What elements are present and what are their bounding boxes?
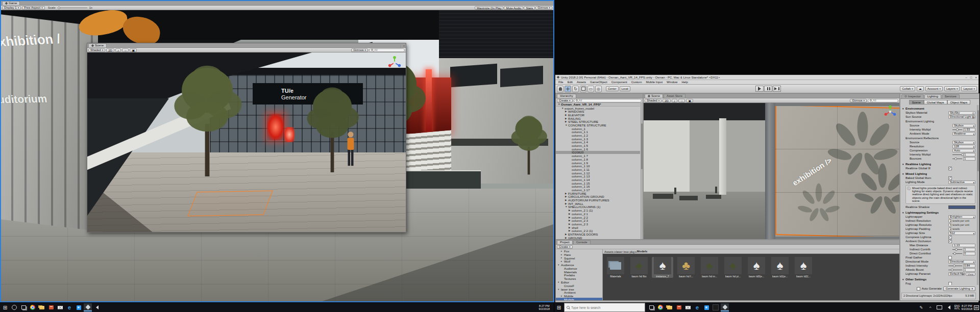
- draw-mode-dropdown[interactable]: Shaded: [88, 48, 105, 52]
- lighting-slider-value[interactable]: 1: [963, 157, 975, 161]
- breadcrumb-item[interactable]: Models: [637, 250, 648, 253]
- lighting-slider-value[interactable]: 1: [963, 268, 975, 272]
- audio-toggle-icon[interactable]: ♪: [115, 48, 121, 52]
- lighting-value-field[interactable]: Subtractive: [948, 180, 975, 184]
- lighting-checkbox[interactable]: [948, 176, 952, 180]
- mail-icon[interactable]: [56, 303, 64, 311]
- display-dropdown[interactable]: Display 1: [2, 6, 21, 10]
- hierarchy-item[interactable]: ▶ column_2 2: [556, 216, 640, 219]
- file-explorer-icon[interactable]: [38, 303, 46, 311]
- step-button[interactable]: [773, 86, 781, 92]
- scene-orientation-gizmo[interactable]: [387, 56, 402, 70]
- chrome-icon[interactable]: [29, 303, 37, 311]
- project-folder-item[interactable]: ▸ Squirrel: [556, 256, 602, 260]
- photos-icon[interactable]: [75, 303, 83, 311]
- scene-search[interactable]: All: [369, 48, 405, 52]
- unity-taskbar-icon[interactable]: [84, 303, 92, 311]
- project-folder-item[interactable]: Audience: [556, 267, 602, 270]
- lighting-checkbox[interactable]: [948, 282, 952, 285]
- hierarchy-scrollbar[interactable]: [641, 103, 643, 239]
- cloud-services-icon[interactable]: ☁: [917, 86, 924, 91]
- maximize-on-play-button[interactable]: Maximize On Play: [475, 6, 503, 10]
- asset-item[interactable]: instance_7: [652, 257, 673, 278]
- lighting-value-field[interactable]: Enlighten: [948, 215, 975, 219]
- taskbar-search[interactable]: [564, 303, 645, 312]
- lighting-value-field[interactable]: Auto: [952, 149, 975, 152]
- hierarchy-item[interactable]: ▶ column_2 1 (1): [556, 209, 640, 212]
- chrome-icon[interactable]: [656, 303, 665, 311]
- menu-item[interactable]: Edit: [566, 81, 575, 84]
- edge-icon[interactable]: [65, 303, 74, 311]
- project-tab[interactable]: Project: [557, 240, 573, 244]
- lighting-slider[interactable]: [952, 252, 962, 255]
- layout-dropdown[interactable]: Layout: [961, 86, 977, 91]
- breadcrumb-item[interactable]: laser tree pkg: [616, 250, 637, 253]
- file-explorer-icon[interactable]: [666, 303, 674, 311]
- asset-item[interactable]: Materials: [605, 257, 626, 278]
- store-icon[interactable]: [675, 303, 683, 311]
- project-folder-item[interactable]: ▾ laser tree: [556, 288, 602, 291]
- console-tab[interactable]: Console: [573, 240, 591, 244]
- start-icon[interactable]: [555, 303, 563, 311]
- photos-icon[interactable]: [702, 303, 710, 311]
- pivot-local-button[interactable]: Local: [620, 86, 630, 91]
- hierarchy-item[interactable]: column_1 4: [556, 141, 640, 144]
- project-folder-item[interactable]: Ambient: [556, 291, 602, 295]
- menu-item[interactable]: Mobile Input: [644, 81, 665, 84]
- asset-item[interactable]: baum hd m...: [699, 257, 720, 278]
- hierarchy-item[interactable]: column_1 8: [556, 158, 640, 161]
- task-view-icon[interactable]: [19, 303, 28, 311]
- hidden-icons-chevron-icon[interactable]: [926, 303, 935, 311]
- camera-effects-icon[interactable]: ▣: [686, 99, 693, 102]
- window-menu-icon[interactable]: ⋮: [399, 44, 402, 47]
- slider-knob[interactable]: [953, 265, 955, 267]
- hierarchy-item[interactable]: column_1 1: [556, 131, 640, 134]
- lighting-value-field[interactable]: SkySky: [948, 111, 975, 115]
- hierarchy-item[interactable]: ▶ GROUND: [556, 236, 640, 239]
- volume-icon[interactable]: [945, 303, 953, 311]
- hierarchy-item[interactable]: column_1 14: [556, 178, 640, 181]
- hierarchy-item[interactable]: column_1 6: [556, 147, 640, 151]
- move-tool-icon[interactable]: [565, 86, 571, 92]
- lighting-subtab[interactable]: Scene: [909, 100, 924, 105]
- scene-tab[interactable]: Scene: [645, 94, 663, 98]
- lighting-slider-value[interactable]: 0.84: [963, 264, 975, 268]
- lighting-value-field[interactable]: 40: [948, 223, 951, 227]
- game-tab[interactable]: Game: [2, 1, 20, 5]
- hierarchy-item[interactable]: column_1 15: [556, 181, 640, 185]
- layers-dropdown[interactable]: Layers: [944, 86, 960, 91]
- project-folder-item[interactable]: ▸ Mobile: [556, 294, 602, 298]
- scale-slider[interactable]: [58, 8, 87, 8]
- lighting-value-field[interactable]: Directional: [948, 260, 975, 264]
- 2d-toggle[interactable]: 2D: [106, 48, 114, 52]
- hierarchy-item[interactable]: column_1 13: [556, 174, 640, 178]
- taskbar-search-input[interactable]: [571, 306, 643, 309]
- menu-item[interactable]: Help: [679, 81, 690, 84]
- selected-exhibition-wall[interactable]: exhibition />: [775, 106, 899, 237]
- project-folder-item[interactable]: Models: [556, 298, 602, 300]
- mute-audio-button[interactable]: Mute Audio: [504, 6, 523, 10]
- inspector-tab[interactable]: ⊙Inspector: [901, 94, 924, 98]
- asset-store-tab[interactable]: Asset Store: [664, 94, 685, 98]
- create-button[interactable]: Create: [557, 99, 573, 102]
- lighting-value-field[interactable]: 2: [948, 227, 951, 231]
- floating-scene-viewport[interactable]: TU/e Generator: [87, 53, 406, 232]
- language-indicator[interactable]: ENG INTL: [954, 305, 960, 310]
- collab-dropdown[interactable]: Collab: [900, 86, 915, 91]
- pen-icon[interactable]: [917, 303, 925, 311]
- hand-tool-icon[interactable]: [557, 86, 564, 92]
- hierarchy-item[interactable]: ▶ column_2 3: [556, 219, 640, 222]
- asset-item[interactable]: baum ld2(...: [793, 257, 814, 278]
- lighting-value-field[interactable]: Skybox: [952, 124, 975, 127]
- 2d-toggle[interactable]: 2D: [663, 99, 671, 102]
- lighting-value-field[interactable]: Skybox: [952, 141, 975, 144]
- lighting-checkbox[interactable]: [948, 236, 952, 239]
- pause-button[interactable]: [764, 86, 772, 92]
- mail-icon[interactable]: [684, 303, 692, 311]
- minimize-icon[interactable]: –: [966, 76, 967, 79]
- lighting-checkbox[interactable]: [948, 256, 952, 259]
- pivot-center-button[interactable]: Center: [606, 86, 619, 91]
- hierarchy-item[interactable]: ▼ SHELL//COLUMNS (1): [556, 205, 640, 209]
- project-folder-item[interactable]: Materials: [556, 270, 602, 274]
- unity-hub-icon[interactable]: [712, 303, 720, 311]
